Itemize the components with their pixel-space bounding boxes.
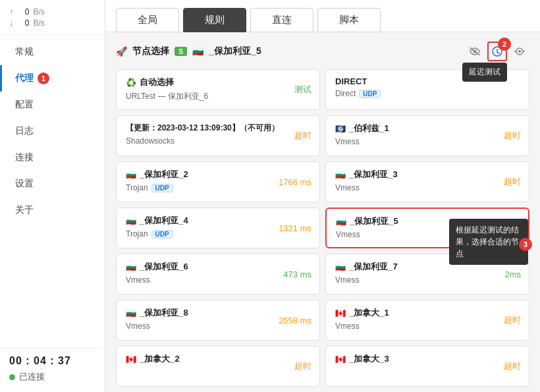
sidebar-nav: 常规 代理 1 配置 日志 连接 设置 关于 xyxy=(0,35,105,348)
node-card-ca3[interactable]: 🇨🇦 _加拿大_3 超时 xyxy=(325,346,529,387)
view-toggle-icon[interactable] xyxy=(465,42,485,61)
sidebar-item-settings[interactable]: 设置 xyxy=(0,171,105,197)
download-arrow-icon: ↓ xyxy=(9,18,14,28)
node-card-bg4[interactable]: 🇧🇬 _保加利亚_4 Trojan UDP 1321 ms xyxy=(116,208,320,248)
filter-icon[interactable] xyxy=(510,42,529,61)
proxy-content: 🚀 节点选择 S 🇧🇬 _保加利亚_5 xyxy=(105,32,540,392)
connected-dot-icon xyxy=(9,374,15,380)
stats-panel: ↑ 0 B/s ↓ 0 B/s xyxy=(0,0,105,35)
upload-value: 0 xyxy=(18,7,30,16)
bg5-flag-icon: 🇧🇬 xyxy=(336,217,346,227)
download-unit: B/s xyxy=(34,18,45,28)
latency-test-wrapper: 2 延迟测试 xyxy=(487,42,507,61)
bg4-latency: 1321 ms xyxy=(279,223,311,233)
node-header: 🚀 节点选择 S 🇧🇬 _保加利亚_5 xyxy=(116,42,529,61)
node-card-auto[interactable]: ♻️ 自动选择 URLTest — 保加利亚_6 测试 xyxy=(116,69,320,110)
badge-2: 2 xyxy=(498,38,511,51)
badge-3: 3 xyxy=(519,238,532,251)
update-latency: 超时 xyxy=(294,130,311,142)
bg2-udp-badge: UDP xyxy=(151,184,173,192)
current-flag-icon: 🇧🇬 xyxy=(192,46,203,57)
belize1-latency: 超时 xyxy=(504,130,521,142)
top-tabs: 全局 规则 直连 脚本 xyxy=(105,0,540,32)
node-card-bg3[interactable]: 🇧🇬 _保加利亚_3 Vmess 超时 xyxy=(325,161,529,202)
node-card-bg5[interactable]: 🇧🇬 _保加利亚_5 Vmess 3 根据延迟测试的结果，选择合适的节点 xyxy=(325,208,529,248)
bg7-flag-icon: 🇧🇬 xyxy=(335,262,346,272)
node5-tooltip: 根据延迟测试的结果，选择合适的节点 xyxy=(449,219,528,265)
bg8-latency: 2558 ms xyxy=(279,316,311,325)
upload-stat: ↑ 0 B/s xyxy=(9,7,95,16)
direct-udp-badge: UDP xyxy=(359,90,381,98)
node-card-update[interactable]: 【更新：2023-03-12 13:09:30】（不可用） Shadowsock… xyxy=(116,115,320,156)
bg3-latency: 超时 xyxy=(504,176,521,188)
bg7-latency: 2ms xyxy=(504,269,521,279)
sidebar-item-general[interactable]: 常规 xyxy=(0,39,105,65)
node-grid: ♻️ 自动选择 URLTest — 保加利亚_6 测试 DIRECT Direc… xyxy=(116,69,529,387)
download-value: 0 xyxy=(18,18,30,28)
upload-arrow-icon: ↑ xyxy=(9,7,14,16)
upload-unit: B/s xyxy=(34,7,45,16)
bg6-latency: 473 ms xyxy=(283,269,311,279)
bg4-udp-badge: UDP xyxy=(151,230,173,238)
download-stat: ↓ 0 B/s xyxy=(9,18,95,28)
bg6-flag-icon: 🇧🇬 xyxy=(126,262,136,272)
sidebar-item-config[interactable]: 配置 xyxy=(0,92,105,118)
main-panel: 全局 规则 直连 脚本 🚀 节点选择 S 🇧🇬 _保加利亚_5 xyxy=(105,0,540,392)
sidebar: ↑ 0 B/s ↓ 0 B/s 常规 代理 1 配置 日志 连接 设置 关于 0… xyxy=(0,0,105,392)
tab-all[interactable]: 全局 xyxy=(116,8,179,32)
recycle-icon: ♻️ xyxy=(126,78,136,88)
latency-tooltip: 延迟测试 xyxy=(462,63,507,82)
bg4-flag-icon: 🇧🇬 xyxy=(126,216,136,226)
proxy-badge: 1 xyxy=(38,72,49,84)
sidebar-item-about[interactable]: 关于 xyxy=(0,197,105,223)
node-card-ca1[interactable]: 🇨🇦 _加拿大_1 Vmess 超时 xyxy=(325,300,529,341)
auto-latency: 测试 xyxy=(294,84,311,96)
sidebar-item-proxy[interactable]: 代理 1 xyxy=(0,65,105,92)
sidebar-footer: 00 : 04 : 37 已连接 xyxy=(0,348,105,392)
node-section-label: 节点选择 xyxy=(132,45,169,57)
node-title: 🚀 节点选择 S 🇧🇬 _保加利亚_5 xyxy=(116,45,261,57)
node-card-bg8[interactable]: 🇧🇬 _保加利亚_8 Vmess 2558 ms xyxy=(116,300,320,341)
sidebar-item-log[interactable]: 日志 xyxy=(0,118,105,144)
belize-flag-icon: 🇧🇿 xyxy=(335,124,346,134)
node-card-belize1[interactable]: 🇧🇿 _伯利兹_1 Vmess 超时 xyxy=(325,115,529,156)
ca1-flag-icon: 🇨🇦 xyxy=(335,308,346,318)
node-card-bg2[interactable]: 🇧🇬 _保加利亚_2 Trojan UDP 1766 ms xyxy=(116,161,320,202)
ca2-latency: 超时 xyxy=(294,360,311,372)
bg3-flag-icon: 🇧🇬 xyxy=(335,170,346,180)
bg8-flag-icon: 🇧🇬 xyxy=(126,308,136,318)
tab-direct[interactable]: 直连 xyxy=(250,8,313,32)
connected-label: 已连接 xyxy=(19,371,45,383)
svg-point-2 xyxy=(518,50,521,53)
current-node-name: _保加利亚_5 xyxy=(209,45,261,57)
ca3-flag-icon: 🇨🇦 xyxy=(335,354,346,364)
ca3-latency: 超时 xyxy=(504,360,521,372)
ca2-flag-icon: 🇨🇦 xyxy=(126,354,136,364)
rocket-icon: 🚀 xyxy=(116,46,127,57)
bg2-flag-icon: 🇧🇬 xyxy=(126,170,136,180)
direct-label: DIRECT xyxy=(335,76,367,86)
node-card-ca2[interactable]: 🇨🇦 _加拿大_2 超时 xyxy=(116,346,320,387)
node-card-bg6[interactable]: 🇧🇬 _保加利亚_6 Vmess 473 ms xyxy=(116,254,320,294)
node-actions: 2 延迟测试 xyxy=(465,42,529,61)
node-badge-s: S xyxy=(175,47,187,56)
ca1-latency: 超时 xyxy=(504,314,521,326)
connection-status: 已连接 xyxy=(9,371,95,383)
bg2-latency: 1766 ms xyxy=(279,177,311,187)
tab-script[interactable]: 脚本 xyxy=(317,8,381,32)
time-display: 00 : 04 : 37 xyxy=(9,355,95,367)
tab-rule[interactable]: 规则 xyxy=(183,8,246,32)
sidebar-item-connection[interactable]: 连接 xyxy=(0,144,105,171)
